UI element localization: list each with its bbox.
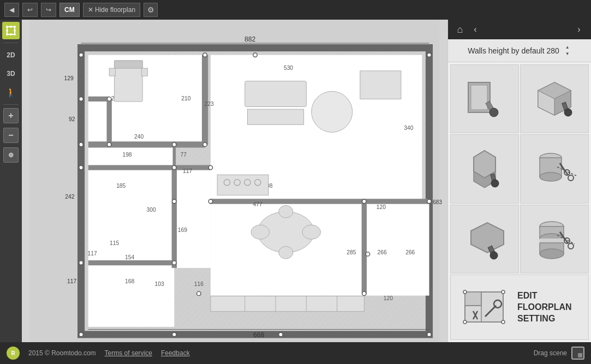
walls-height-up-button[interactable]: ▲	[564, 45, 571, 50]
walk-mode-button[interactable]: 🚶	[2, 83, 20, 101]
panel-forward-button[interactable]: ›	[571, 22, 587, 37]
svg-point-4	[14, 33, 16, 35]
svg-text:185: 185	[116, 183, 126, 189]
edit-floorplan-card[interactable]: EDIT FLOORPLAN SETTING	[450, 275, 589, 340]
tool-card-hex-pencil[interactable]	[450, 134, 519, 203]
svg-rect-100	[360, 71, 401, 99]
canvas-area[interactable]: 882 668 129 92 242 117 683 240 530 210 2…	[22, 20, 447, 342]
svg-text:266: 266	[405, 249, 415, 255]
zoom-out-button[interactable]: −	[3, 128, 19, 143]
svg-point-91	[197, 291, 201, 296]
svg-text:240: 240	[134, 134, 144, 140]
svg-text:115: 115	[110, 240, 119, 246]
svg-text:223: 223	[205, 101, 214, 107]
toolbar: ◀ ↩ ↪ CM ✕ Hide floorplan ⚙	[0, 0, 591, 20]
svg-rect-19	[364, 204, 429, 296]
svg-text:683: 683	[433, 199, 442, 205]
redo-icon: ↪	[46, 6, 51, 14]
svg-point-140	[490, 252, 498, 259]
svg-point-160	[463, 290, 467, 294]
svg-point-7	[14, 29, 16, 32]
feedback-link[interactable]: Feedback	[161, 349, 190, 357]
edit-floorplan-icon	[459, 285, 509, 329]
view-3d-button[interactable]: 3D	[2, 65, 20, 82]
svg-point-71	[79, 332, 83, 337]
svg-text:242: 242	[65, 194, 74, 200]
svg-point-70	[427, 53, 432, 57]
svg-point-84	[172, 165, 177, 170]
undo-button[interactable]: ↩	[22, 3, 38, 17]
svg-point-72	[172, 332, 177, 337]
box-pencil-icon	[530, 74, 579, 123]
svg-text:77: 77	[180, 152, 187, 158]
svg-point-76	[79, 142, 83, 147]
3d-icon: 3D	[7, 70, 15, 77]
svg-point-132	[540, 172, 562, 181]
svg-point-134	[568, 175, 574, 181]
svg-point-83	[203, 142, 207, 147]
svg-point-92	[366, 252, 370, 256]
walk-icon: 🚶	[5, 87, 16, 98]
svg-text:668: 668	[253, 331, 265, 339]
svg-marker-138	[471, 223, 504, 253]
tool-card-flat-hex-pencil[interactable]	[450, 205, 519, 273]
select-tool-button[interactable]	[2, 22, 20, 39]
flat-hex-pencil-icon	[460, 214, 509, 264]
svg-rect-96	[141, 68, 147, 76]
svg-rect-95	[109, 68, 115, 76]
svg-point-85	[208, 165, 213, 170]
svg-point-89	[172, 261, 177, 265]
zoom-in-button[interactable]: +	[3, 108, 19, 123]
tool-card-cylinder-scissors[interactable]	[520, 134, 589, 203]
svg-point-8	[10, 33, 12, 35]
svg-text:198: 198	[122, 152, 132, 158]
svg-point-146	[540, 249, 564, 259]
tool-separator-1	[3, 43, 19, 43]
svg-rect-94	[115, 61, 143, 68]
right-panel: ⌂ ‹ › Walls height by default 280 ▲ ▼	[447, 20, 591, 342]
roomtodo-logo: R	[7, 347, 20, 360]
right-panel-header: ⌂ ‹ ›	[448, 20, 591, 39]
svg-text:477: 477	[253, 201, 262, 207]
svg-point-68	[203, 53, 207, 57]
svg-point-69	[253, 53, 258, 57]
svg-rect-153	[465, 292, 481, 306]
terms-link[interactable]: Terms of service	[105, 349, 152, 357]
drag-scene-icon	[571, 347, 584, 360]
fit-screen-button[interactable]: ⊕	[3, 147, 19, 163]
svg-rect-20	[88, 263, 175, 327]
svg-point-163	[502, 320, 505, 324]
walls-height-stepper[interactable]: ▲ ▼	[564, 45, 571, 57]
svg-point-2	[14, 26, 16, 28]
svg-text:168: 168	[125, 278, 134, 284]
tool-card-cut-scissors[interactable]	[520, 205, 589, 273]
tool-card-wall-pencil[interactable]	[450, 64, 519, 133]
select-icon	[6, 26, 16, 35]
svg-text:116: 116	[194, 281, 204, 287]
redo-button[interactable]: ↪	[41, 3, 56, 17]
panel-back-button[interactable]: ‹	[468, 22, 483, 37]
floorplan-svg: 882 668 129 92 242 117 683 240 530 210 2…	[22, 20, 447, 342]
svg-rect-144	[540, 238, 564, 243]
view-2d-button[interactable]: 2D	[2, 46, 20, 64]
svg-point-80	[107, 97, 111, 102]
svg-text:120: 120	[377, 204, 386, 210]
svg-text:120: 120	[384, 295, 393, 301]
svg-point-105	[279, 247, 293, 259]
tool-grid: EDIT FLOORPLAN SETTING	[448, 62, 591, 342]
svg-point-88	[362, 199, 367, 204]
edit-floorplan-line2: FLOORPLAN	[517, 302, 572, 312]
panel-home-button[interactable]: ⌂	[452, 22, 468, 37]
svg-point-125	[564, 109, 572, 116]
svg-point-87	[208, 199, 213, 204]
walls-height-down-button[interactable]: ▼	[564, 51, 571, 57]
unit-button[interactable]: CM	[59, 3, 80, 17]
svg-point-82	[172, 142, 177, 147]
back-button[interactable]: ◀	[4, 3, 19, 17]
svg-point-102	[251, 225, 270, 239]
svg-point-86	[172, 199, 177, 204]
tool-card-box-pencil[interactable]	[520, 64, 589, 133]
floorplan-setting-icon	[462, 287, 506, 327]
settings-button[interactable]: ⚙	[144, 3, 158, 17]
hide-floorplan-button[interactable]: ✕ Hide floorplan	[83, 3, 140, 17]
